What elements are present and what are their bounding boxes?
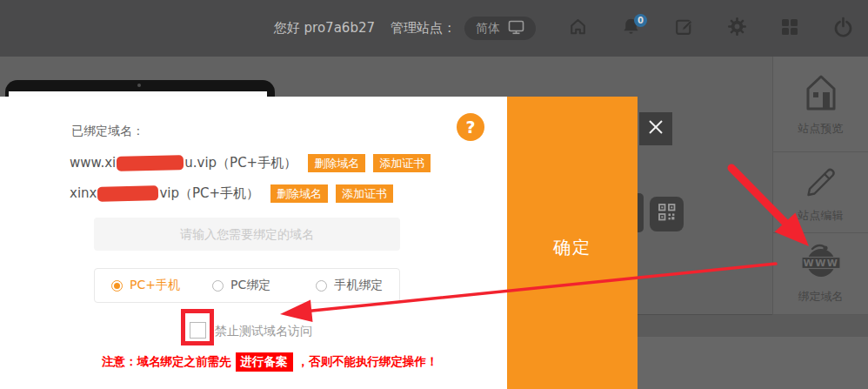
sidebar-item-site-edit[interactable]: 站点编辑 (773, 152, 868, 233)
top-header: 您好 pro7a6b27 管理站点： 简体 0 (0, 0, 868, 57)
radio-pc-bind[interactable]: PC绑定 (212, 278, 270, 293)
bind-type-radio-group: PC+手机 PC绑定 手机绑定 (94, 268, 400, 303)
user-greeting: 您好 pro7a6b27 (274, 20, 375, 37)
close-icon (645, 117, 666, 141)
notifications-button[interactable]: 0 (619, 17, 642, 41)
radio-label: PC绑定 (230, 278, 270, 293)
filing-link[interactable]: 进行备案 (236, 352, 293, 372)
add-certificate-button[interactable]: 添加证书 (336, 184, 393, 203)
site-edit-pencil-icon (803, 162, 839, 202)
delete-domain-button[interactable]: 删除域名 (270, 184, 328, 203)
manage-site-label: 管理站点： (391, 20, 456, 37)
home-button[interactable] (566, 17, 589, 41)
redaction-scribble (97, 185, 158, 201)
svg-text:WWW: WWW (803, 258, 838, 269)
bind-domain-modal: 已绑定域名： www.xiu.vip（PC+手机） 删除域名 添加证书 xinx… (0, 97, 638, 389)
laptop-camera-dot (137, 84, 141, 87)
radio-pc-mobile[interactable]: PC+手机 (111, 278, 180, 293)
bound-domain-row: www.xiu.vip（PC+手机） 删除域名 添加证书 (70, 152, 431, 173)
add-certificate-button[interactable]: 添加证书 (373, 154, 431, 172)
domain-text-prefix: xinx (70, 185, 97, 201)
domain-text-suffix: vip（PC+手机） (159, 185, 259, 202)
domain-text-suffix: u.vip（PC+手机） (184, 155, 297, 171)
gear-icon (726, 16, 748, 41)
notice-text-prefix: 注意：域名绑定之前需先 (102, 354, 231, 370)
modal-close-button[interactable] (639, 112, 672, 145)
radio-selected-icon (111, 280, 123, 292)
edit-icon (673, 16, 695, 41)
redaction-scribble (117, 155, 184, 171)
filing-notice: 注意：域名绑定之前需先 进行备案 ，否则不能执行绑定操作！ (102, 352, 438, 372)
sidebar-item-label: 绑定域名 (798, 289, 844, 305)
radio-label: 手机绑定 (334, 278, 383, 293)
home-icon (567, 16, 589, 41)
apps-grid-button[interactable] (778, 17, 801, 41)
help-icon[interactable]: ? (457, 113, 484, 141)
delete-domain-button[interactable]: 删除域名 (308, 154, 365, 172)
domain-input[interactable] (94, 218, 400, 251)
sidebar-item-label: 站点预览 (798, 121, 844, 137)
notice-text-suffix: ，否则不能执行绑定操作！ (297, 354, 438, 370)
radio-unselected-icon (316, 280, 327, 292)
radio-mobile-bind[interactable]: 手机绑定 (316, 278, 383, 293)
bound-domains-label: 已绑定域名： (71, 124, 144, 139)
language-toggle-button[interactable]: 简体 (464, 17, 536, 40)
notification-badge: 0 (634, 14, 647, 27)
confirm-button[interactable]: 确定 (507, 97, 638, 389)
qr-code-icon (658, 203, 677, 225)
qr-code-button[interactable] (650, 197, 684, 231)
url-bar-edge (638, 193, 644, 232)
sidebar-item-site-preview[interactable]: 站点预览 (773, 57, 868, 152)
forbid-test-domain-label: 禁止测试域名访问 (215, 324, 312, 339)
annotation-highlight-box (181, 309, 214, 345)
confirm-button-label: 确定 (507, 236, 638, 259)
site-preview-home-icon (802, 71, 840, 115)
logout-button[interactable] (831, 17, 854, 41)
right-sidebar: 站点预览 站点编辑 WWW 绑定域名 (772, 57, 868, 315)
www-globe-icon: WWW (800, 243, 842, 283)
radio-label: PC+手机 (130, 278, 180, 293)
language-label: 简体 (476, 21, 500, 37)
settings-button[interactable] (725, 17, 748, 41)
domain-text-prefix: www.xi (70, 155, 116, 171)
grid-icon (779, 17, 800, 41)
sidebar-item-label: 站点编辑 (798, 208, 844, 224)
sidebar-item-bind-domain[interactable]: WWW 绑定域名 (773, 233, 868, 315)
bound-domain-row: xinxvip（PC+手机） 删除域名 添加证书 (70, 183, 393, 204)
monitor-icon (508, 20, 524, 37)
power-icon (832, 16, 854, 41)
radio-unselected-icon (212, 280, 224, 292)
edit-button[interactable] (672, 17, 695, 41)
